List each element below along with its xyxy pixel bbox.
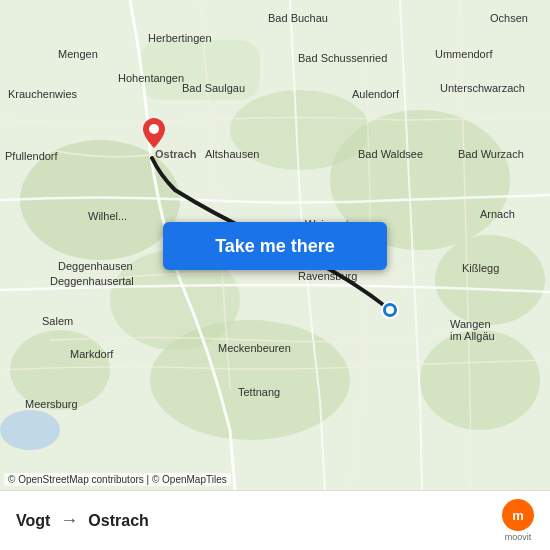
destination-marker <box>143 118 165 152</box>
route-arrow: → <box>60 510 78 531</box>
map-attribution: © OpenStreetMap contributors | © OpenMap… <box>4 473 231 486</box>
svg-point-4 <box>420 330 540 430</box>
svg-rect-7 <box>140 40 260 100</box>
svg-text:m: m <box>512 508 524 523</box>
svg-point-13 <box>149 124 159 134</box>
svg-point-5 <box>10 330 110 410</box>
svg-point-6 <box>230 90 370 170</box>
svg-point-10 <box>0 410 60 450</box>
svg-point-1 <box>20 140 180 260</box>
route-from: Vogt <box>16 512 50 530</box>
svg-point-8 <box>435 235 545 325</box>
moovit-icon: m <box>502 499 534 531</box>
map-container: Mengen Herbertingen Bad Buchau Ochsen Kr… <box>0 0 550 490</box>
moovit-logo: m moovit <box>502 499 534 542</box>
moovit-text: moovit <box>505 532 532 542</box>
route-to: Ostrach <box>88 512 148 530</box>
bottom-bar: Vogt → Ostrach m moovit <box>0 490 550 550</box>
take-me-there-button[interactable]: Take me there <box>163 222 387 270</box>
